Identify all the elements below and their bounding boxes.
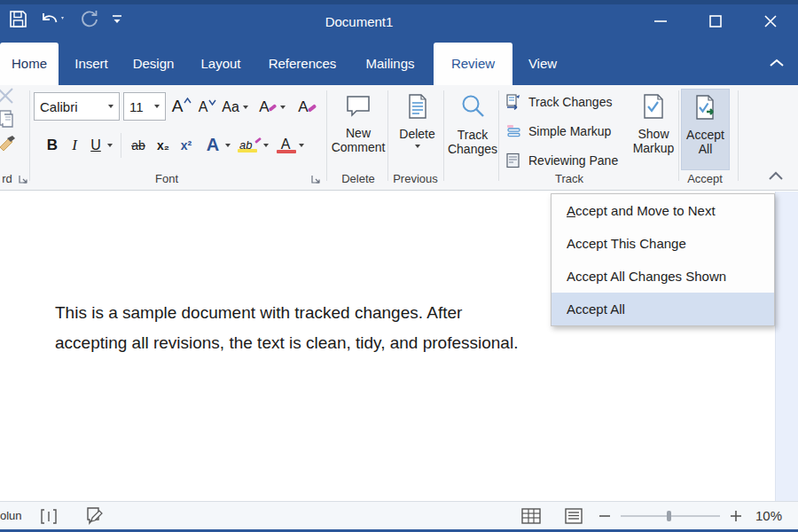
reviewing-pane-option[interactable]: Reviewing Pane xyxy=(505,145,631,175)
minimize-icon[interactable] xyxy=(633,0,688,43)
tab-references[interactable]: References xyxy=(264,43,340,85)
maximize-icon[interactable] xyxy=(688,0,743,43)
track-changes-option-label: Track Changes xyxy=(528,95,612,109)
show-markup-label: Show Markup xyxy=(630,127,677,155)
text-highlight-color-button[interactable]: ab xyxy=(239,131,262,158)
document-line-2: accepting all revisions, the text is cle… xyxy=(55,328,605,358)
font-size-combobox[interactable]: 11 xyxy=(123,92,166,121)
tab-insert[interactable]: Insert xyxy=(69,43,113,85)
read-mode-view-icon[interactable] xyxy=(565,508,583,524)
zoom-level-button[interactable]: 10% xyxy=(755,508,782,523)
accept-all-label: Accept All xyxy=(682,128,729,156)
print-layout-view-icon[interactable] xyxy=(521,508,541,524)
clear-formatting-button[interactable]: A xyxy=(296,96,319,119)
grow-font-letter: A xyxy=(172,97,184,116)
shrink-font-button[interactable]: A xyxy=(197,96,218,119)
delete-button[interactable]: Delete xyxy=(391,89,443,170)
clear-formatting-letter: A xyxy=(298,98,308,116)
simple-markup-icon xyxy=(505,123,521,139)
close-icon[interactable] xyxy=(743,0,798,43)
tab-mailings[interactable]: Mailings xyxy=(360,43,420,85)
copy-icon[interactable] xyxy=(0,108,16,129)
chevron-down-icon xyxy=(243,106,248,109)
track-changes-option[interactable]: Track Changes xyxy=(505,87,631,116)
redo-button[interactable] xyxy=(79,9,98,28)
group-separator xyxy=(498,90,499,181)
tab-layout[interactable]: Layout xyxy=(197,43,245,85)
font-size-value: 11 xyxy=(129,99,144,114)
reviewing-pane-icon xyxy=(505,153,521,168)
zoom-in-icon[interactable] xyxy=(729,509,743,523)
track-changes-status-icon[interactable] xyxy=(84,506,106,526)
word-window: Document1 Home Insert Design Layout Refe… xyxy=(0,0,798,532)
superscript-button[interactable]: x² xyxy=(176,133,197,158)
accept-all-button[interactable]: Accept All xyxy=(681,89,730,170)
underline-dropdown-icon[interactable] xyxy=(107,144,113,147)
text-effects-typography-button[interactable]: A xyxy=(202,131,223,158)
tab-home[interactable]: Home xyxy=(0,43,59,85)
tab-view[interactable]: View xyxy=(521,43,564,85)
font-color-chip xyxy=(277,150,296,153)
zoom-slider-thumb[interactable] xyxy=(667,511,671,521)
simple-markup-option[interactable]: Simple Markup xyxy=(505,116,631,145)
proofing-status-icon[interactable] xyxy=(40,509,58,524)
document-paragraph[interactable]: This is a sample document with tracked c… xyxy=(55,298,605,358)
collapse-ribbon-icon[interactable] xyxy=(766,168,786,183)
font-name-combobox[interactable]: Calibri xyxy=(34,92,120,121)
track-changes-button[interactable]: Track Changes xyxy=(447,89,498,170)
accept-group-label: Accept xyxy=(677,172,733,186)
chevron-up-icon[interactable] xyxy=(768,57,786,71)
track-group-label: Track xyxy=(498,172,640,186)
highlight-color-chip xyxy=(238,149,257,153)
italic-letter: I xyxy=(72,137,77,154)
group-separator xyxy=(678,90,679,181)
subscript-button[interactable]: x₂ xyxy=(153,133,174,158)
menu-item-accept-all-changes-shown[interactable]: Accept All Changes Shown xyxy=(552,260,774,293)
undo-button[interactable] xyxy=(40,10,66,27)
reviewing-pane-option-label: Reviewing Pane xyxy=(528,153,618,168)
grow-font-button[interactable]: A xyxy=(170,94,193,119)
group-separator xyxy=(387,90,388,181)
new-comment-button[interactable]: New Comment xyxy=(330,89,387,170)
underline-button[interactable]: U xyxy=(87,133,105,158)
comment-group-label: Delete xyxy=(330,172,387,186)
font-dialog-launcher-icon[interactable] xyxy=(310,174,321,184)
tab-review[interactable]: Review xyxy=(434,43,512,85)
save-icon[interactable] xyxy=(9,10,27,28)
clipboard-dialog-launcher-icon[interactable] xyxy=(18,174,28,184)
magnifier-icon xyxy=(458,92,487,121)
menu-item-accept-move-next[interactable]: Accept and Move to Next xyxy=(552,194,774,227)
chevron-down-icon xyxy=(280,106,286,109)
bold-button[interactable]: B xyxy=(43,133,62,158)
simple-markup-option-label: Simple Markup xyxy=(528,124,611,138)
zoom-out-icon[interactable] xyxy=(598,509,612,523)
text-effects-button[interactable]: A xyxy=(259,96,286,119)
customize-qat-button[interactable] xyxy=(111,12,123,25)
status-left-text: olun xyxy=(0,509,22,522)
format-painter-icon[interactable] xyxy=(0,135,18,158)
comment-icon xyxy=(345,94,372,119)
change-case-button[interactable]: Aa xyxy=(222,96,248,119)
strikethrough-letters: ab xyxy=(131,138,145,153)
ribbon: rd Calibri 11 A A Aa A xyxy=(0,85,798,191)
chevron-down-icon[interactable] xyxy=(225,144,231,147)
cut-icon[interactable] xyxy=(0,87,16,105)
font-color-button[interactable]: A xyxy=(275,131,296,158)
track-changes-icon xyxy=(505,94,521,110)
italic-button[interactable]: I xyxy=(66,133,83,158)
group-separator xyxy=(443,90,444,181)
accept-dropdown-menu: Accept and Move to Next Accept This Chan… xyxy=(551,193,775,326)
chevron-down-icon[interactable] xyxy=(263,144,269,147)
vertical-scrollbar[interactable] xyxy=(775,192,798,501)
shrink-font-letter: A xyxy=(199,99,208,115)
strikethrough-button[interactable]: ab xyxy=(126,133,151,158)
show-markup-button[interactable]: Show Markup xyxy=(630,89,677,170)
quick-access-toolbar xyxy=(9,9,123,28)
menu-item-accept-all[interactable]: Accept All xyxy=(552,293,774,325)
menu-item-accept-this-change[interactable]: Accept This Change xyxy=(552,227,774,260)
text-effects-letter: A xyxy=(259,98,269,116)
chevron-down-icon[interactable] xyxy=(299,144,304,147)
tab-design[interactable]: Design xyxy=(129,43,177,85)
font-group-label: Font xyxy=(122,172,211,186)
chevron-down-icon xyxy=(415,145,420,148)
